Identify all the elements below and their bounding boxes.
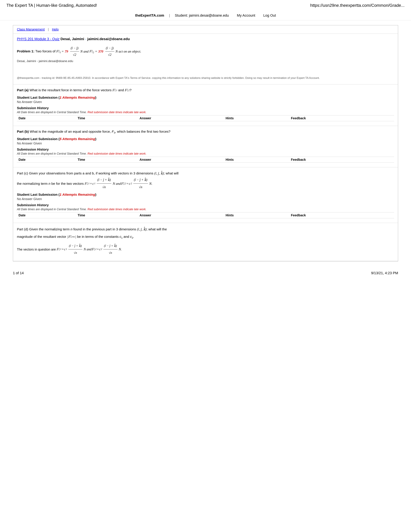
F1-vector: F⃗1 = 79 (î − ĵ) √2 N and F⃗2 = 370 (î −… <box>56 45 141 58</box>
part-a-text: What is the resultant force in terms of … <box>29 88 131 92</box>
part-d-section: Part (d) Given the normalizing term n fo… <box>13 223 398 261</box>
part-d-vectors-line: The vectors in question are F⃗1 = c1 (î … <box>17 243 394 256</box>
part-c-3d-vectors: (î, ĵ, k̂) <box>154 170 164 177</box>
empty-cell <box>17 121 76 123</box>
browser-title-right: https://usn29ne.theexpertta.com/Common/G… <box>310 3 405 8</box>
col-time-a: Time <box>76 115 138 121</box>
part-d-magnitude-line: magnitude of the resultant vector |F⃗res… <box>17 235 134 238</box>
part-a-history-note: All Date times are displayed in Central … <box>17 111 394 114</box>
part-c-late-work-note: Red submission date times indicate late … <box>87 208 146 211</box>
mgmt-separator: | <box>48 28 49 31</box>
empty-cell <box>76 163 138 165</box>
part-c-table: Date Time Answer Hints Feedback <box>17 212 394 220</box>
col-hints-b: Hints <box>224 157 289 163</box>
quiz-title-dash: - <box>85 37 87 41</box>
col-date-c: Date <box>17 212 76 218</box>
col-feedback-b: Feedback <box>289 157 394 163</box>
part-c-attempts: 1 Attempts Remaining <box>60 193 95 196</box>
col-time-b: Time <box>76 157 138 163</box>
col-feedback-c: Feedback <box>289 212 394 218</box>
part-b-table: Date Time Answer Hints Feedback <box>17 157 394 165</box>
problem-text: Two forces of F⃗1 = 79 (î − ĵ) √2 N and … <box>35 49 141 53</box>
empty-cell <box>289 121 394 123</box>
empty-cell <box>224 163 289 165</box>
site-name: theExpertTA.com <box>135 13 164 18</box>
part-a-late-work-note: Red submission date times indicate late … <box>87 111 146 114</box>
empty-cell <box>289 163 394 165</box>
help-link[interactable]: Help <box>52 28 59 31</box>
part-d-label: Part (d) <box>17 227 28 231</box>
page-footer: 1 of 14 9/13/21, 4:23 PM <box>0 266 411 280</box>
col-feedback-a: Feedback <box>289 115 394 121</box>
empty-cell <box>289 218 394 220</box>
part-c-label: Part (c) <box>17 171 28 175</box>
student-email: jaimini.desai@doane.edu <box>189 13 229 17</box>
part-d-3d-vectors: (î, ĵ, k̂) <box>137 226 147 233</box>
empty-cell <box>76 121 138 123</box>
table-row <box>17 163 394 165</box>
empty-cell <box>17 218 76 220</box>
quiz-student-email: jaimini.desai@doane.edu <box>87 37 130 41</box>
col-time-c: Time <box>76 212 138 218</box>
part-b-section: Part (b) What is the magnitude of an equ… <box>13 126 398 168</box>
part-c-no-answer: No Answer Given <box>17 197 394 201</box>
student-info: Student: jaimini.desai@doane.edu <box>175 13 229 18</box>
part-d-question: Part (d) Given the normalizing term n fo… <box>17 226 394 240</box>
part-b-no-answer: No Answer Given <box>17 142 394 145</box>
part-b-submission-label: Student Last Submission (5 Attempts Rema… <box>17 137 394 141</box>
browser-header: The Expert TA | Human-like Grading, Auto… <box>0 0 411 11</box>
part-a-math2: F⃗2 <box>125 87 130 93</box>
part-c-submission-label: Student Last Submission (1 Attempts Rema… <box>17 193 394 197</box>
col-answer-b: Answer <box>138 157 224 163</box>
col-date-b: Date <box>17 157 76 163</box>
part-a-attempts: 1 Attempts Remaining <box>60 95 95 99</box>
part-d-F1: F⃗1 = c1 (î − ĵ + k̂) √n N and F⃗2 = c2 … <box>57 243 122 256</box>
part-b-history-note: All Date times are displayed in Central … <box>17 152 394 155</box>
quiz-title-link[interactable]: PHYS 201 Module 3 - Quiz <box>17 37 59 41</box>
problem-statement: Problem 1: Two forces of F⃗1 = 79 (î − ĵ… <box>17 45 394 58</box>
page-number: 1 of 14 <box>13 271 24 275</box>
part-a-section: Part (a) What is the resultant force in … <box>13 85 398 126</box>
part-a-table: Date Time Answer Hints Feedback <box>17 115 394 123</box>
part-c-section: Part (c) Given your observations from pa… <box>13 167 398 223</box>
student-full-name: Desai, Jaimini <box>60 37 84 41</box>
class-mgmt-bar: Class Management | Help <box>13 25 398 34</box>
part-b-late-work-note: Red submission date times indicate late … <box>87 152 146 155</box>
empty-cell <box>138 121 224 123</box>
empty-cell <box>138 218 224 220</box>
part-a-question: Part (a) What is the resultant force in … <box>17 87 394 93</box>
part-b-question: Part (b) What is the magnitude of an equ… <box>17 128 394 135</box>
problem-1-section: Problem 1: Two forces of F⃗1 = 79 (î − ĵ… <box>13 43 398 85</box>
part-a-label: Part (a) <box>17 88 28 92</box>
col-hints-c: Hints <box>224 212 289 218</box>
table-row <box>17 121 394 123</box>
col-date-a: Date <box>17 115 76 121</box>
col-hints-a: Hints <box>224 115 289 121</box>
my-account-link[interactable]: My Account <box>237 13 255 18</box>
part-c-text: Given your observations from parts a and… <box>29 171 178 175</box>
part-b-history-label: Submission History <box>17 148 394 151</box>
part-a-math: F⃗1 <box>112 87 117 93</box>
empty-cell <box>17 163 76 165</box>
quiz-title: PHYS 201 Module 3 - Quiz Desai, Jaimini … <box>13 34 398 43</box>
class-management-link[interactable]: Class Management <box>17 28 45 31</box>
part-b-attempts: 5 Attempts Remaining <box>60 137 95 141</box>
part-d-text: Given the normalizing term n found in th… <box>29 227 167 231</box>
problem-label: Problem 1: <box>17 49 35 53</box>
student-name-line: Desai, Jaimini - jaimini.desai@doane.edu <box>17 59 394 63</box>
part-c-continuation: the normalizing term n be for the two ve… <box>17 182 152 185</box>
page-datetime: 9/13/21, 4:23 PM <box>371 271 398 275</box>
table-row <box>17 218 394 220</box>
empty-cell <box>224 121 289 123</box>
part-d-F-res: |F⃗res| <box>67 233 76 240</box>
logout-link[interactable]: Log Out <box>263 13 276 18</box>
part-c-F1: F⃗1 = c1 (î − ĵ + k̂) √n N and F⃗2 = c2 … <box>85 177 152 190</box>
empty-cell <box>138 163 224 165</box>
part-c-history-label: Submission History <box>17 203 394 207</box>
nav-separator: | <box>169 13 170 18</box>
main-container: Class Management | Help PHYS 201 Module … <box>13 25 398 261</box>
part-a-submission-label: Student Last Submission (1 Attempts Rema… <box>17 95 394 99</box>
part-b-label: Part (b) <box>17 130 29 133</box>
browser-title-left: The Expert TA | Human-like Grading, Auto… <box>6 3 97 8</box>
part-b-text: What is the magnitude of an equal and op… <box>30 130 170 133</box>
